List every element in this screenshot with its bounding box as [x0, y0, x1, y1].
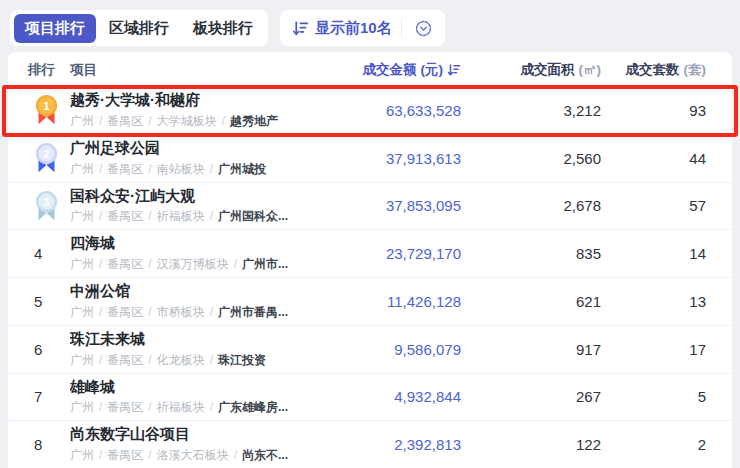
location-separator: /: [99, 257, 102, 271]
header-project: 项目: [70, 61, 301, 79]
location-city: 广州: [70, 400, 94, 414]
table-row[interactable]: 8 尚东数字山谷项目 广州/番禺区/洛溪大石板块/尚东不... 2,392,81…: [8, 420, 732, 468]
project-location: 广州/番禺区/市桥板块/广州市番禺...: [70, 304, 301, 321]
project-cell: 尚东数字山谷项目 广州/番禺区/洛溪大石板块/尚东不...: [70, 425, 301, 464]
developer-name: 广州市...: [242, 257, 288, 271]
header-count-label: 成交套数: [626, 61, 680, 79]
location-separator: /: [222, 114, 225, 128]
table-row[interactable]: 3 国科众安·江屿大观 广州/番禺区/祈福板块/广州国科众... 37,853,…: [8, 182, 732, 230]
rank-cell: 6: [28, 341, 70, 358]
location-separator: /: [99, 305, 102, 319]
amount-value[interactable]: 37,913,613: [301, 150, 461, 167]
location-separator: /: [148, 448, 151, 462]
header-area-label: 成交面积: [521, 61, 575, 79]
location-separator: /: [99, 114, 102, 128]
table-row[interactable]: 1 越秀·大学城·和樾府 广州/番禺区/大学城板块/越秀地产 63,633,52…: [8, 86, 732, 134]
project-name: 广州足球公园: [70, 139, 301, 158]
amount-value[interactable]: 2,392,813: [301, 436, 461, 453]
location-separator: /: [234, 257, 237, 271]
location-separator: /: [148, 257, 151, 271]
header-area[interactable]: 成交面积(㎡): [461, 61, 601, 79]
bronze-medal-icon: 3: [34, 190, 59, 222]
table-row[interactable]: 6 珠江未来城 广州/番禺区/化龙板块/珠江投资 9,586,079 917 1…: [8, 325, 732, 373]
project-location: 广州/番禺区/南站板块/广州城投: [70, 161, 301, 178]
rank-cell: 8: [28, 436, 70, 453]
developer-name: 越秀地产: [230, 114, 278, 128]
ranking-table: 排行 项目 成交金额(元) 成交面积(㎡) 成交套数(套) 1: [8, 52, 732, 468]
project-cell: 珠江未来城 广州/番禺区/化龙板块/珠江投资: [70, 330, 301, 369]
count-value: 2: [601, 436, 706, 453]
project-name: 越秀·大学城·和樾府: [70, 91, 301, 110]
table-row[interactable]: 2 广州足球公园 广州/番禺区/南站板块/广州城投 37,913,613 2,5…: [8, 134, 732, 182]
location-separator: /: [210, 353, 213, 367]
location-district: 番禺区: [107, 162, 143, 176]
rank-cell: 2: [28, 142, 70, 174]
location-separator: /: [234, 448, 237, 462]
project-location: 广州/番禺区/汉溪万博板块/广州市...: [70, 256, 301, 273]
area-value: 267: [461, 388, 601, 405]
project-name: 中洲公馆: [70, 282, 301, 301]
tab-block-ranking[interactable]: 板块排行: [182, 14, 264, 43]
count-value: 57: [601, 197, 706, 214]
project-cell: 雄峰城 广州/番禺区/祈福板块/广东雄峰房...: [70, 378, 301, 417]
developer-name: 广州城投: [218, 162, 266, 176]
header-area-unit: (㎡): [579, 61, 602, 79]
project-name: 尚东数字山谷项目: [70, 425, 301, 444]
location-separator: /: [99, 400, 102, 414]
rank-cell: 3: [28, 190, 70, 222]
location-city: 广州: [70, 114, 94, 128]
developer-name: 广东雄峰房...: [218, 400, 288, 414]
location-separator: /: [148, 209, 151, 223]
developer-name: 广州市番禺...: [218, 305, 288, 319]
location-separator: /: [210, 209, 213, 223]
amount-sort-icon[interactable]: [447, 63, 461, 77]
amount-value[interactable]: 11,426,128: [301, 293, 461, 310]
amount-value[interactable]: 23,729,170: [301, 245, 461, 262]
ranking-tabs: 项目排行 区域排行 板块排行: [10, 10, 268, 46]
count-value: 17: [601, 341, 706, 358]
amount-value[interactable]: 4,932,844: [301, 388, 461, 405]
count-value: 5: [601, 388, 706, 405]
location-district: 番禺区: [107, 448, 143, 462]
toolbar-divider: [401, 18, 402, 38]
project-cell: 中洲公馆 广州/番禺区/市桥板块/广州市番禺...: [70, 282, 301, 321]
header-amount-unit: (元): [421, 61, 444, 79]
project-name: 雄峰城: [70, 378, 301, 397]
location-district: 番禺区: [107, 114, 143, 128]
area-value: 2,678: [461, 197, 601, 214]
amount-value[interactable]: 63,633,528: [301, 102, 461, 119]
rank-cell: 1: [28, 94, 70, 126]
tab-project-ranking[interactable]: 项目排行: [14, 14, 96, 43]
area-value: 122: [461, 436, 601, 453]
rank-number: 4: [28, 245, 42, 262]
rank-number: 3: [44, 195, 50, 207]
rank-cell: 4: [28, 245, 70, 262]
location-separator: /: [210, 305, 213, 319]
location-separator: /: [99, 448, 102, 462]
circle-chevron-down-icon[interactable]: [411, 15, 437, 41]
header-amount[interactable]: 成交金额(元): [301, 61, 461, 79]
header-count-unit: (套): [684, 61, 707, 79]
amount-value[interactable]: 37,853,095: [301, 197, 461, 214]
amount-value[interactable]: 9,586,079: [301, 341, 461, 358]
location-district: 番禺区: [107, 305, 143, 319]
project-cell: 四海城 广州/番禺区/汉溪万博板块/广州市...: [70, 234, 301, 273]
header-amount-label: 成交金额: [363, 61, 417, 79]
location-separator: /: [148, 400, 151, 414]
table-row[interactable]: 5 中洲公馆 广州/番禺区/市桥板块/广州市番禺... 11,426,128 6…: [8, 277, 732, 325]
table-row[interactable]: 4 四海城 广州/番禺区/汉溪万博板块/广州市... 23,729,170 83…: [8, 229, 732, 277]
gold-medal-icon: 1: [34, 94, 59, 126]
location-separator: /: [148, 114, 151, 128]
location-separator: /: [148, 162, 151, 176]
project-cell: 越秀·大学城·和樾府 广州/番禺区/大学城板块/越秀地产: [70, 91, 301, 130]
silver-medal-icon: 2: [34, 142, 59, 174]
top-n-filter-label[interactable]: 显示前10名: [315, 19, 392, 38]
header-count[interactable]: 成交套数(套): [601, 61, 706, 79]
project-location: 广州/番禺区/祈福板块/广州国科众...: [70, 208, 301, 225]
tab-region-ranking[interactable]: 区域排行: [98, 14, 180, 43]
project-name: 四海城: [70, 234, 301, 253]
location-block: 祈福板块: [157, 400, 205, 414]
table-row[interactable]: 7 雄峰城 广州/番禺区/祈福板块/广东雄峰房... 4,932,844 267…: [8, 373, 732, 421]
project-location: 广州/番禺区/祈福板块/广东雄峰房...: [70, 399, 301, 416]
project-location: 广州/番禺区/化龙板块/珠江投资: [70, 352, 301, 369]
